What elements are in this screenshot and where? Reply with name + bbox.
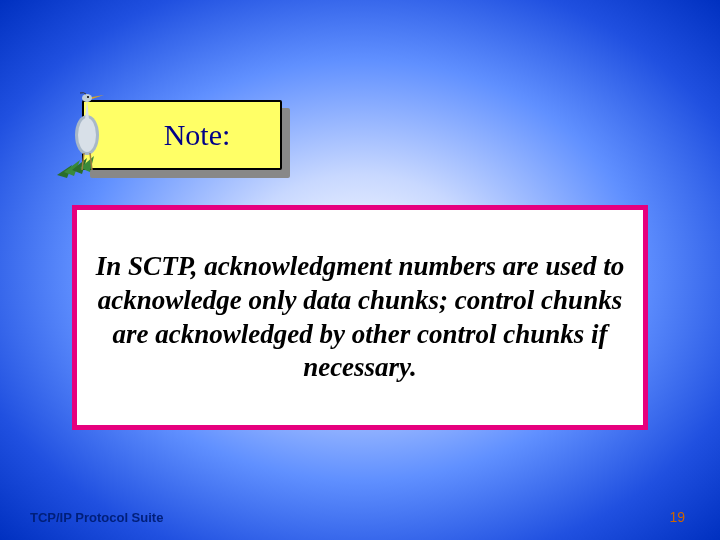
- content-text: In SCTP, acknowledgment numbers are used…: [87, 250, 633, 385]
- heron-bird-icon: [52, 90, 122, 185]
- svg-point-3: [87, 96, 89, 98]
- content-box: In SCTP, acknowledgment numbers are used…: [72, 205, 648, 430]
- svg-point-1: [78, 118, 96, 152]
- svg-point-2: [82, 94, 92, 102]
- note-callout: Note:: [82, 100, 282, 170]
- slide: Note: In SCTP, acknowledgment numbers ar…: [0, 0, 720, 540]
- page-number: 19: [669, 509, 685, 525]
- note-label: Note:: [164, 118, 231, 152]
- footer-title: TCP/IP Protocol Suite: [30, 510, 163, 525]
